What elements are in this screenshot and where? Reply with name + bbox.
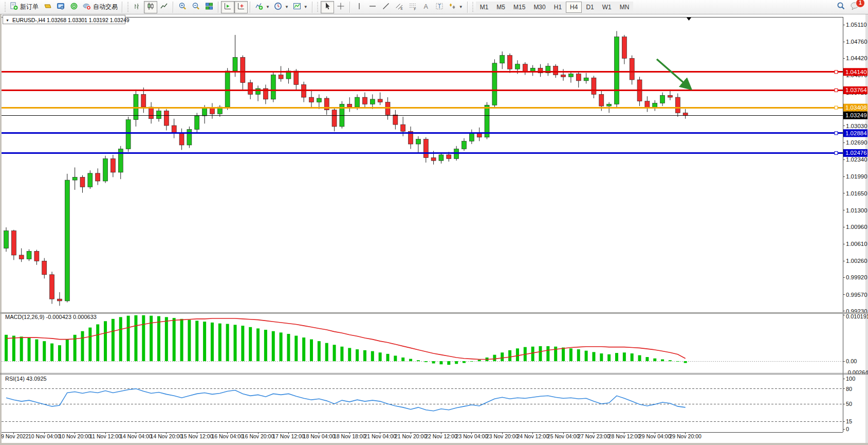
macd-histogram-bar xyxy=(463,361,466,363)
collapse-arrow-icon: ▼ xyxy=(6,19,9,22)
templates-icon xyxy=(293,2,301,12)
trendline-icon xyxy=(382,2,390,12)
macd-histogram-bar xyxy=(661,359,664,361)
mt4-window: 新订单 自动交易 xyxy=(0,0,868,445)
tile-windows-button[interactable] xyxy=(202,1,216,13)
terminal-button[interactable] xyxy=(54,1,67,13)
zoom-in-button[interactable] xyxy=(176,1,189,13)
timeframe-h4[interactable]: H4 xyxy=(566,2,582,13)
candle xyxy=(233,57,237,71)
toolbar-grip[interactable] xyxy=(126,2,129,12)
level-anchor[interactable] xyxy=(835,106,838,109)
macd-histogram-bar xyxy=(478,360,481,361)
macd-histogram-bar xyxy=(112,319,115,361)
horizontal-line-icon xyxy=(368,2,377,12)
time-tick-label: 23 Nov 04:00 xyxy=(456,433,488,439)
level-anchor[interactable] xyxy=(835,70,838,74)
price-tick-label: 1.01650 xyxy=(846,190,867,197)
crosshair-button[interactable] xyxy=(334,1,347,13)
candle xyxy=(50,275,54,299)
label-button[interactable]: T xyxy=(433,1,446,13)
candle xyxy=(80,177,85,187)
candle xyxy=(592,78,596,94)
level-anchor[interactable] xyxy=(835,132,838,135)
autotrading-button[interactable]: 自动交易 xyxy=(81,1,120,13)
indicators-button[interactable]: ▼ xyxy=(253,1,272,13)
cursor-button[interactable] xyxy=(321,1,334,13)
macd-histogram-bar xyxy=(531,347,534,361)
chart-area[interactable]: 1.051101.047601.044201.040701.037201.033… xyxy=(0,14,868,445)
timeframe-mn[interactable]: MN xyxy=(616,2,634,13)
channel-button[interactable]: E xyxy=(393,1,406,13)
macd-histogram-bar xyxy=(241,326,244,361)
candle xyxy=(157,111,161,119)
search-icon[interactable] xyxy=(837,2,845,12)
candlestick-icon xyxy=(146,2,155,12)
time-tick-label: 21 Nov 20:00 xyxy=(395,433,427,439)
candle xyxy=(630,58,634,80)
zoom-out-icon xyxy=(192,2,200,12)
text-button[interactable]: A xyxy=(419,1,433,13)
price-tick-label: 1.00960 xyxy=(846,224,867,230)
market-watch-button[interactable] xyxy=(41,1,54,13)
toolbar-grip[interactable] xyxy=(4,2,6,12)
chat-button[interactable]: 1 xyxy=(851,2,860,12)
timeframe-m15[interactable]: M15 xyxy=(509,2,529,13)
price-tick-label: 1.02340 xyxy=(846,156,867,163)
timeframe-m5[interactable]: M5 xyxy=(492,2,509,13)
candlestick-button[interactable] xyxy=(144,1,157,13)
macd-histogram-bar xyxy=(12,336,15,361)
timeframe-h1[interactable]: H1 xyxy=(550,2,566,13)
macd-histogram-bar xyxy=(623,352,626,361)
vertical-line-button[interactable] xyxy=(353,1,366,13)
candle xyxy=(401,124,405,131)
trendline-button[interactable] xyxy=(379,1,393,13)
timeframe-m30[interactable]: M30 xyxy=(529,2,549,13)
macd-histogram-bar xyxy=(417,360,420,361)
separator xyxy=(312,2,313,13)
candle xyxy=(668,95,672,97)
macd-histogram-bar xyxy=(256,328,260,361)
fibonacci-button[interactable]: F xyxy=(406,1,419,13)
macd-histogram-bar xyxy=(20,336,23,361)
chart-shift-button[interactable] xyxy=(234,1,248,13)
candle xyxy=(561,75,566,77)
time-tick-label: 24 Nov 12:00 xyxy=(516,433,549,439)
toolbar-grip[interactable] xyxy=(317,2,319,12)
toolbar-grip[interactable] xyxy=(472,2,474,12)
horizontal-line-button[interactable] xyxy=(366,1,379,13)
periods-button[interactable]: ▼ xyxy=(272,1,291,13)
line-chart-button[interactable] xyxy=(157,1,171,13)
level-anchor[interactable] xyxy=(835,151,838,154)
bar-chart-button[interactable] xyxy=(131,1,144,13)
svg-text:A: A xyxy=(423,3,428,10)
auto-scroll-button[interactable] xyxy=(221,1,234,13)
separator xyxy=(122,2,123,13)
zoom-out-button[interactable] xyxy=(189,1,202,13)
timeframe-m1[interactable]: M1 xyxy=(476,2,493,13)
macd-histogram-bar xyxy=(653,359,656,361)
candle xyxy=(141,94,146,107)
svg-text:T: T xyxy=(438,4,441,9)
candle xyxy=(103,158,108,181)
shapes-icon xyxy=(448,2,456,12)
timeframe-d1[interactable]: D1 xyxy=(582,2,598,13)
timeframe-w1[interactable]: W1 xyxy=(598,2,616,13)
signals-icon xyxy=(70,2,78,12)
separator xyxy=(173,2,174,13)
candle xyxy=(599,94,604,106)
price-badge-label: 1.02884 xyxy=(845,130,867,136)
rsi-tick-label: 100 xyxy=(846,376,855,382)
indicators-icon xyxy=(255,2,263,12)
rsi-tick-label: 80 xyxy=(846,386,852,392)
new-order-button[interactable]: 新订单 xyxy=(8,1,41,13)
signals-button[interactable] xyxy=(67,1,81,13)
chevron-down-icon: ▼ xyxy=(285,5,289,9)
macd-histogram-bar xyxy=(127,316,130,361)
macd-histogram-bar xyxy=(280,332,283,361)
templates-button[interactable]: ▼ xyxy=(291,1,310,13)
macd-histogram-bar xyxy=(363,350,366,361)
macd-histogram-bar xyxy=(226,324,229,361)
shapes-button[interactable]: ▼ xyxy=(446,1,465,13)
level-anchor[interactable] xyxy=(835,88,838,92)
